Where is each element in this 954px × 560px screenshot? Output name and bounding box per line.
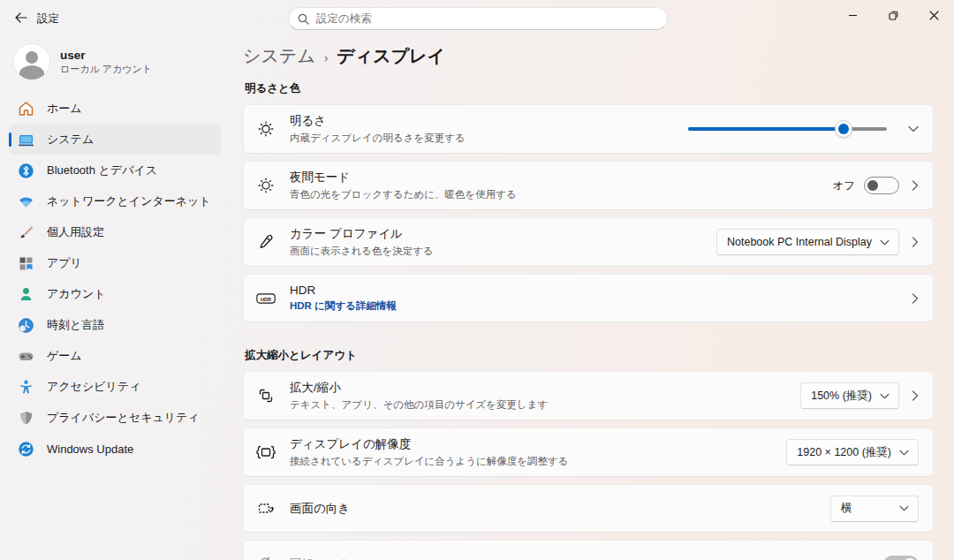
resolution-dropdown[interactable]: 1920 × 1200 (推奨): [786, 439, 919, 465]
scale-row[interactable]: 拡大/縮小 テキスト、アプリ、その他の項目のサイズを変更します 150% (推奨…: [243, 371, 934, 420]
chevron-down-icon: [899, 450, 909, 456]
scale-icon: [256, 386, 276, 405]
resolution-row: ディスプレイの解像度 接続されているディスプレイに合うように解像度を調整する 1…: [243, 428, 934, 477]
system-icon: [18, 132, 34, 148]
close-icon: [929, 11, 939, 20]
restore-button[interactable]: [873, 0, 913, 30]
breadcrumb-separator: ›: [324, 51, 328, 64]
sidebar-item-accounts[interactable]: アカウント: [9, 279, 221, 309]
rotation-lock-toggle: [883, 556, 919, 560]
brightness-title: 明るさ: [290, 113, 688, 129]
night-mode-toggle[interactable]: [864, 177, 899, 194]
sidebar-item-gaming[interactable]: ゲーム: [9, 341, 221, 371]
avatar: [14, 44, 49, 79]
search-input[interactable]: [316, 12, 658, 25]
sidebar-item-privacy[interactable]: プライバシーとセキュリティ: [9, 403, 221, 433]
sidebar-item-label: システム: [47, 132, 94, 148]
chevron-down-icon: [880, 239, 890, 246]
resolution-dropdown-value: 1920 × 1200 (推奨): [797, 445, 891, 460]
brightness-expand-button[interactable]: [908, 125, 919, 132]
brightness-row: 明るさ 内蔵ディスプレイの明るさを変更する: [243, 104, 934, 154]
resolution-icon: [256, 443, 276, 462]
sidebar-item-apps[interactable]: アプリ: [9, 248, 221, 278]
sidebar-item-personalization[interactable]: 個人用設定: [9, 217, 221, 247]
sidebar-item-label: Bluetooth とデバイス: [47, 163, 157, 178]
hdr-row[interactable]: HDR HDR HDR に関する詳細情報: [243, 274, 934, 322]
scale-chevron-right-icon: [912, 390, 919, 401]
user-profile[interactable]: user ローカル アカウント: [9, 41, 221, 92]
sidebar-item-label: Windows Update: [47, 443, 133, 456]
gaming-icon: [18, 348, 34, 365]
sidebar-item-label: ネットワークとインターネット: [47, 193, 211, 209]
sidebar-item-label: ゲーム: [47, 348, 82, 364]
scale-subtitle: テキスト、アプリ、その他の項目のサイズを変更します: [290, 398, 800, 412]
hdr-chevron-right-icon: [912, 293, 919, 304]
svg-text:HDR: HDR: [261, 296, 271, 301]
sidebar-item-bluetooth[interactable]: Bluetooth とデバイス: [9, 155, 221, 185]
apps-icon: [18, 255, 34, 272]
color-profile-dropdown-value: Notebook PC Internal Display: [727, 236, 872, 248]
sidebar-item-label: 個人用設定: [47, 224, 104, 240]
sidebar-item-time-language[interactable]: 時刻と言語: [9, 310, 221, 340]
chevron-down-icon: [899, 505, 909, 511]
night-mode-icon: [256, 176, 276, 195]
sidebar-item-accessibility[interactable]: アクセシビリティ: [9, 372, 221, 402]
breadcrumb: システム › ディスプレイ: [243, 44, 934, 72]
color-profile-row[interactable]: カラー プロファイル 画面に表示される色を決定する Notebook PC In…: [243, 217, 934, 267]
night-mode-subtitle: 青色の光をブロックするために、暖色を使用する: [290, 188, 832, 201]
personalization-icon: [18, 224, 34, 241]
breadcrumb-system[interactable]: システム: [243, 44, 315, 68]
orientation-title: 画面の向き: [290, 501, 830, 517]
resolution-subtitle: 接続されているディスプレイに合うように解像度を調整する: [290, 455, 786, 468]
brightness-slider[interactable]: [688, 127, 887, 131]
brightness-slider-thumb[interactable]: [835, 120, 852, 138]
brightness-icon: [256, 119, 276, 139]
section-scale-layout: 拡大縮小とレイアウト: [245, 348, 934, 363]
sidebar-item-network[interactable]: ネットワークとインターネット: [9, 186, 221, 216]
color-profile-subtitle: 画面に表示される色を決定する: [290, 245, 716, 258]
chevron-down-icon: [880, 393, 890, 399]
hdr-info-link[interactable]: HDR に関する詳細情報: [290, 299, 899, 313]
back-button[interactable]: [7, 5, 34, 30]
page-title: ディスプレイ: [337, 44, 445, 68]
search-box[interactable]: [288, 7, 668, 30]
scale-title: 拡大/縮小: [290, 380, 800, 396]
search-icon: [298, 13, 309, 25]
window-controls: [832, 0, 954, 30]
rotation-lock-state: オン: [852, 557, 874, 560]
night-mode-title: 夜間モード: [290, 170, 832, 185]
sidebar-item-system[interactable]: システム: [9, 125, 221, 155]
minimize-button[interactable]: [832, 0, 873, 30]
rotation-lock-icon: [256, 555, 276, 560]
color-profile-chevron-right-icon: [912, 237, 919, 247]
sidebar-item-label: アプリ: [47, 255, 82, 271]
resolution-title: ディスプレイの解像度: [290, 436, 786, 452]
color-profile-title: カラー プロファイル: [290, 226, 716, 242]
titlebar: 設定: [0, 0, 954, 35]
sidebar-item-label: 時刻と言語: [47, 317, 104, 333]
sidebar: user ローカル アカウント ホームシステムBluetooth とデバイスネッ…: [0, 35, 230, 560]
scale-dropdown-value: 150% (推奨): [811, 389, 872, 404]
night-mode-row[interactable]: 夜間モード 青色の光をブロックするために、暖色を使用する オフ: [243, 161, 934, 210]
back-arrow-icon: [14, 12, 27, 23]
home-icon: [18, 101, 34, 117]
time-language-icon: [18, 317, 34, 334]
orientation-dropdown-value: 横: [841, 501, 852, 516]
sidebar-item-home[interactable]: ホーム: [9, 94, 221, 124]
orientation-dropdown[interactable]: 横: [830, 496, 919, 522]
night-mode-chevron-right-icon: [912, 180, 919, 191]
night-mode-state: オフ: [832, 178, 855, 193]
accessibility-icon: [18, 379, 34, 396]
bluetooth-icon: [18, 163, 34, 179]
scale-dropdown[interactable]: 150% (推奨): [800, 382, 899, 409]
color-profile-dropdown[interactable]: Notebook PC Internal Display: [716, 229, 899, 255]
hdr-title: HDR: [290, 284, 899, 297]
accounts-icon: [18, 286, 34, 303]
user-name: user: [60, 49, 152, 62]
close-button[interactable]: [913, 0, 954, 30]
sidebar-item-windows-update[interactable]: Windows Update: [9, 434, 221, 464]
sidebar-item-label: アクセシビリティ: [47, 379, 140, 395]
sidebar-item-label: プライバシーとセキュリティ: [47, 410, 200, 426]
restore-icon: [889, 11, 898, 20]
minimize-icon: [848, 11, 858, 20]
